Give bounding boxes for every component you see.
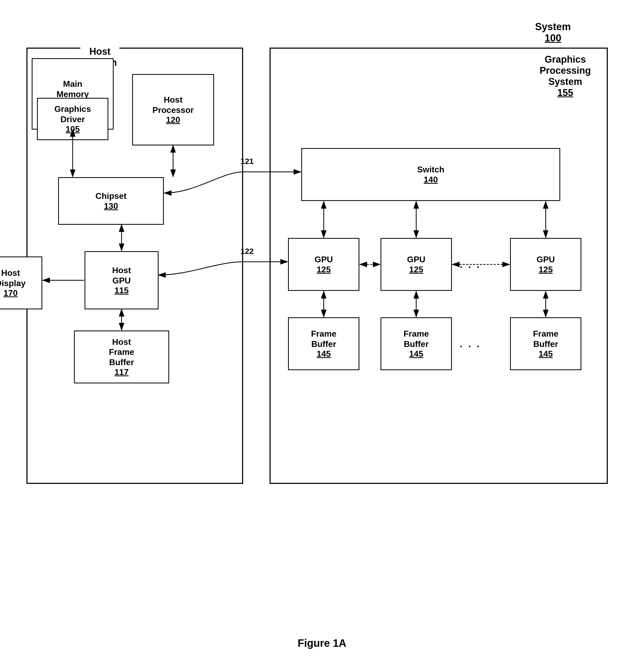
fb2-block: Frame Buffer 145 <box>380 317 452 370</box>
host-display-block: Host Display 170 <box>0 256 42 309</box>
gpu1-block: GPU 125 <box>288 238 359 291</box>
gpu-dots: . . . <box>460 259 481 270</box>
diagram-container: System 100 Host System 150 Graphics Proc… <box>16 21 624 629</box>
host-gpu-block: Host GPU 115 <box>84 251 159 309</box>
chipset-block: Chipset 130 <box>58 177 164 225</box>
host-processor-block: Host Processor 120 <box>132 74 214 146</box>
fb1-block: Frame Buffer 145 <box>288 317 359 370</box>
fb-dots: . . . <box>460 339 481 349</box>
graphics-driver-block: Graphics Driver 105 <box>37 98 108 140</box>
gpu2-block: GPU 125 <box>380 238 452 291</box>
host-frame-buffer-block: Host Frame Buffer 117 <box>74 330 169 383</box>
gps-label: Graphics Processing System 155 <box>540 54 591 98</box>
fb3-block: Frame Buffer 145 <box>510 317 581 370</box>
system-label: System 100 <box>535 21 571 44</box>
system-text: System <box>535 21 571 33</box>
gpu3-block: GPU 125 <box>510 238 581 291</box>
switch-block: Switch 140 <box>301 148 560 201</box>
figure-label: Figure 1A <box>297 637 346 649</box>
system-number: 100 <box>535 33 571 44</box>
